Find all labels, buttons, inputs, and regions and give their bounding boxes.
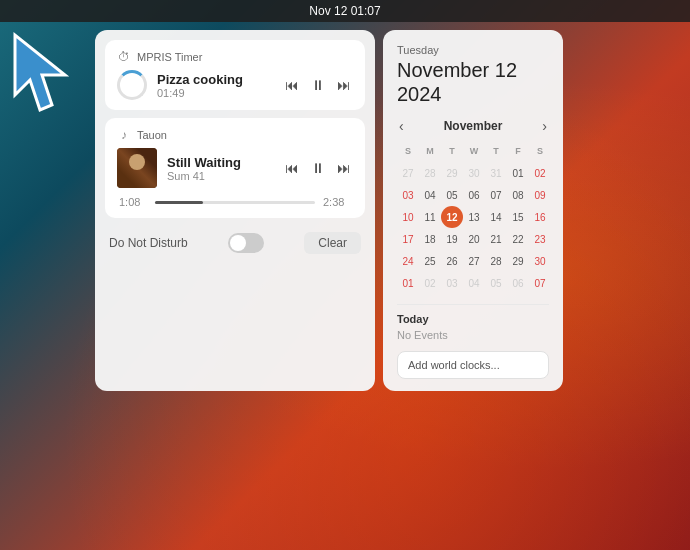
cal-day-11[interactable]: 11 [419, 206, 441, 228]
top-bar-time: Nov 12 01:07 [309, 4, 380, 18]
notifications-panel: ⏱ MPRIS Timer Pizza cooking 01:49 ⏮ ⏸ ⏭ [95, 30, 375, 391]
current-time: 1:08 [119, 196, 147, 208]
cal-day-dec7[interactable]: 07 [529, 272, 551, 294]
song-info: Still Waiting Sum 41 [117, 148, 241, 188]
cal-next-button[interactable]: › [540, 118, 549, 134]
cal-day-27[interactable]: 27 [463, 250, 485, 272]
cal-day-19[interactable]: 19 [441, 228, 463, 250]
cal-day-2[interactable]: 02 [529, 162, 551, 184]
cal-day-16[interactable]: 16 [529, 206, 551, 228]
mpris-prev-button[interactable]: ⏮ [283, 75, 301, 95]
cal-day-10[interactable]: 10 [397, 206, 419, 228]
mpris-playpause-button[interactable]: ⏸ [309, 75, 327, 95]
cal-header-t2: T [485, 140, 507, 162]
song-text: Still Waiting Sum 41 [167, 155, 241, 182]
cal-day-3[interactable]: 03 [397, 184, 419, 206]
song-artist: Sum 41 [167, 170, 241, 182]
tauon-header: ♪ Tauon [117, 128, 353, 142]
album-art [117, 148, 157, 188]
cal-day-oct29[interactable]: 29 [441, 162, 463, 184]
cal-day-oct31[interactable]: 31 [485, 162, 507, 184]
cal-day-dec3[interactable]: 03 [441, 272, 463, 294]
mpris-spinner [117, 70, 147, 100]
tauon-prev-button[interactable]: ⏮ [283, 158, 301, 178]
cal-day-28[interactable]: 28 [485, 250, 507, 272]
cal-header-f: F [507, 140, 529, 162]
cal-day-dec2[interactable]: 02 [419, 272, 441, 294]
cal-day-oct28[interactable]: 28 [419, 162, 441, 184]
cal-header-s2: S [529, 140, 551, 162]
tauon-playpause-button[interactable]: ⏸ [309, 158, 327, 178]
cal-day-18[interactable]: 18 [419, 228, 441, 250]
tauon-controls: ⏮ ⏸ ⏭ [283, 158, 353, 178]
cal-day-label: Tuesday [397, 44, 549, 56]
cal-day-oct30[interactable]: 30 [463, 162, 485, 184]
tauon-icon: ♪ [117, 128, 131, 142]
dnd-toggle[interactable] [228, 233, 264, 253]
mpris-header: ⏱ MPRIS Timer [117, 50, 353, 64]
cal-divider [397, 304, 549, 305]
cal-header-m: M [419, 140, 441, 162]
dnd-label: Do Not Disturb [109, 236, 188, 250]
cal-prev-button[interactable]: ‹ [397, 118, 406, 134]
cal-day-21[interactable]: 21 [485, 228, 507, 250]
cal-day-29[interactable]: 29 [507, 250, 529, 272]
cal-day-1[interactable]: 01 [507, 162, 529, 184]
mpris-text: Pizza cooking 01:49 [157, 72, 243, 99]
cal-day-24[interactable]: 24 [397, 250, 419, 272]
cal-nav: ‹ November › [397, 118, 549, 134]
cal-day-8[interactable]: 08 [507, 184, 529, 206]
tauon-app-name: Tauon [137, 129, 167, 141]
cal-header-t1: T [441, 140, 463, 162]
song-row: Still Waiting Sum 41 ⏮ ⏸ ⏭ [117, 148, 353, 188]
tauon-next-button[interactable]: ⏭ [335, 158, 353, 178]
calendar-panel: Tuesday November 12 2024 ‹ November › S … [383, 30, 563, 391]
mpris-title: Pizza cooking [157, 72, 243, 87]
cal-day-dec4[interactable]: 04 [463, 272, 485, 294]
cal-month-label: November [444, 119, 503, 133]
cal-date-label: November 12 2024 [397, 58, 549, 106]
total-time: 2:38 [323, 196, 351, 208]
cal-day-9[interactable]: 09 [529, 184, 551, 206]
tauon-card: ♪ Tauon Still Waiting Sum 41 ⏮ ⏸ ⏭ [105, 118, 365, 218]
album-art-image [117, 148, 157, 188]
svg-marker-0 [15, 35, 65, 110]
mpris-card: ⏱ MPRIS Timer Pizza cooking 01:49 ⏮ ⏸ ⏭ [105, 40, 365, 110]
cal-day-7[interactable]: 07 [485, 184, 507, 206]
add-world-clocks-button[interactable]: Add world clocks... [397, 351, 549, 379]
today-section: Today No Events [397, 313, 549, 341]
cal-day-14[interactable]: 14 [485, 206, 507, 228]
progress-row: 1:08 2:38 [117, 196, 353, 208]
clear-button[interactable]: Clear [304, 232, 361, 254]
cal-day-13[interactable]: 13 [463, 206, 485, 228]
panel-bottom: Do Not Disturb Clear [109, 232, 361, 254]
cal-day-30[interactable]: 30 [529, 250, 551, 272]
cal-grid: S M T W T F S 27 28 29 30 31 01 02 03 04… [397, 140, 549, 294]
cal-day-23[interactable]: 23 [529, 228, 551, 250]
cal-day-4[interactable]: 04 [419, 184, 441, 206]
cal-day-25[interactable]: 25 [419, 250, 441, 272]
cal-header-w: W [463, 140, 485, 162]
cal-day-dec6[interactable]: 06 [507, 272, 529, 294]
mpris-next-button[interactable]: ⏭ [335, 75, 353, 95]
progress-bar[interactable] [155, 201, 315, 204]
cal-day-12-today[interactable]: 12 [441, 206, 463, 228]
mpris-time: 01:49 [157, 87, 243, 99]
cal-day-22[interactable]: 22 [507, 228, 529, 250]
cal-day-6[interactable]: 06 [463, 184, 485, 206]
cal-day-5[interactable]: 05 [441, 184, 463, 206]
mpris-app-name: MPRIS Timer [137, 51, 202, 63]
cal-header-s1: S [397, 140, 419, 162]
cal-day-dec1[interactable]: 01 [397, 272, 419, 294]
mpris-icon: ⏱ [117, 50, 131, 64]
cal-day-dec5[interactable]: 05 [485, 272, 507, 294]
cal-day-oct27[interactable]: 27 [397, 162, 419, 184]
mpris-info: Pizza cooking 01:49 [117, 70, 243, 100]
cal-day-26[interactable]: 26 [441, 250, 463, 272]
cal-day-15[interactable]: 15 [507, 206, 529, 228]
cal-day-20[interactable]: 20 [463, 228, 485, 250]
top-bar: Nov 12 01:07 [0, 0, 690, 22]
cal-day-17[interactable]: 17 [397, 228, 419, 250]
mpris-content: Pizza cooking 01:49 ⏮ ⏸ ⏭ [117, 70, 353, 100]
song-title: Still Waiting [167, 155, 241, 170]
